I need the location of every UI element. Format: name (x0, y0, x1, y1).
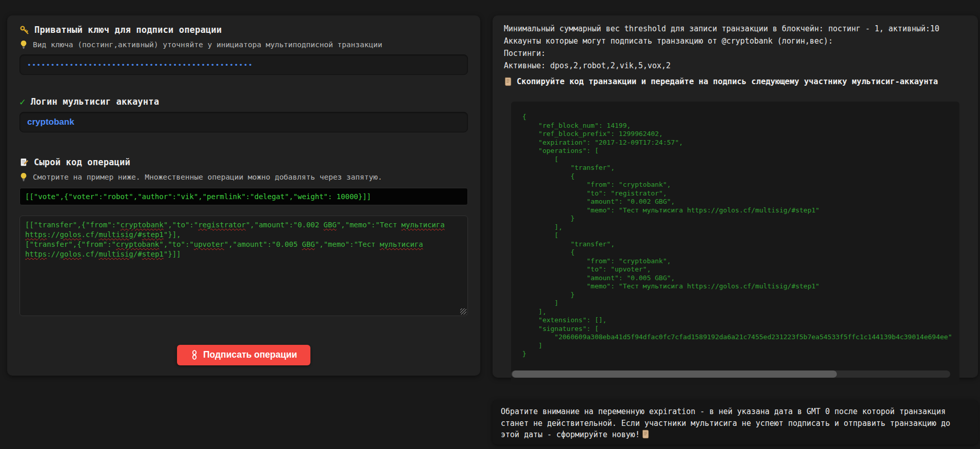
expiration-note-text: Обратите внимание на переменную expirati… (501, 407, 950, 439)
copy-instruction: Скопируйте код транзакции и передайте на… (517, 77, 938, 86)
lightbulb-icon (19, 40, 28, 49)
info-line-threshold: Минимальный суммарный вес threshold для … (504, 23, 939, 35)
raw-code-hint-row: Смотрите на пример ниже. Множественные о… (19, 172, 382, 182)
raw-code-title: Сырой код операций (34, 157, 130, 167)
private-key-hint-row: Вид ключа (постинг,активный) уточняйте у… (19, 40, 382, 49)
info-line-accounts: Аккаунты которые могут подписать транзак… (504, 35, 939, 47)
private-key-input[interactable] (19, 54, 468, 75)
private-key-title-row: Приватный ключ для подписи операции (19, 25, 222, 35)
scroll-icon (504, 77, 512, 86)
copy-instruction-row: Скопируйте код транзакции и передайте на… (504, 77, 938, 86)
chain-icon (190, 350, 199, 360)
transaction-json: { "ref_block_num": 14199, "ref_block_pre… (522, 113, 956, 358)
multisig-login-input[interactable] (19, 112, 468, 132)
key-icon (19, 25, 29, 35)
threshold-info: Минимальный суммарный вес threshold для … (504, 23, 939, 72)
scroll-icon (641, 430, 649, 439)
expiration-note-card: Обратите внимание на переменную expirati… (493, 400, 978, 444)
horizontal-scrollbar-thumb[interactable] (512, 370, 837, 378)
check-icon: ✓ (19, 97, 26, 107)
info-line-postings: Постинги: (504, 47, 939, 60)
memo-icon (19, 158, 29, 167)
private-key-title: Приватный ключ для подписи операции (34, 25, 222, 35)
login-title-row: ✓ Логин мультисиг аккаунта (19, 96, 159, 107)
login-title: Логин мультисиг аккаунта (31, 96, 159, 107)
sign-operations-button[interactable]: Подписать операции (177, 345, 310, 365)
info-line-actives: Активные: dpos,2,robot,2,vik,5,vox,2 (504, 60, 939, 72)
transaction-card: Минимальный суммарный вес threshold для … (493, 15, 978, 378)
horizontal-scrollbar-track[interactable] (511, 370, 950, 378)
raw-code-title-row: Сырой код операций (19, 157, 130, 167)
expiration-note: Обратите внимание на переменную expirati… (501, 406, 970, 441)
sign-button-label: Подписать операции (203, 349, 297, 360)
transaction-code-block: { "ref_block_num": 14199, "ref_block_pre… (511, 102, 959, 385)
private-key-hint: Вид ключа (постинг,активный) уточняйте у… (33, 41, 382, 49)
lightbulb-icon (19, 172, 28, 182)
sign-form-card: Приватный ключ для подписи операции Вид … (7, 15, 480, 376)
raw-operations-textarea[interactable]: [["transfer",{"from":"cryptobank","to":"… (19, 216, 468, 316)
raw-code-hint: Смотрите на пример ниже. Множественные о… (33, 173, 382, 181)
example-operation-input[interactable] (19, 188, 468, 205)
